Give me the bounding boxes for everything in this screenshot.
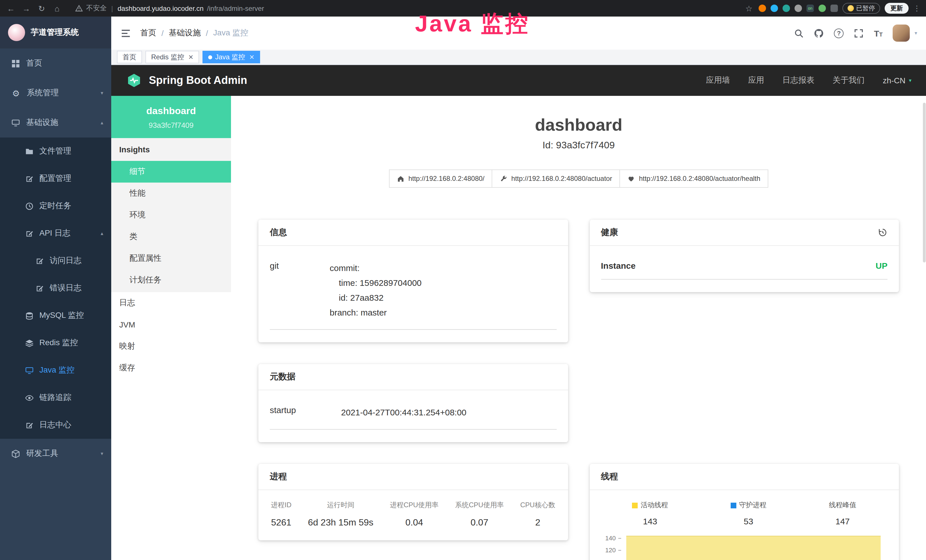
github-icon[interactable]	[814, 28, 824, 38]
y-tick: 100	[601, 558, 616, 560]
sidebar-item-log-center[interactable]: 日志中心	[0, 412, 111, 439]
sidebar-item-redis-monitor[interactable]: Redis 监控	[0, 329, 111, 357]
search-icon[interactable]	[794, 28, 803, 38]
chrome-toolbar: ☆ on 已暂停 更新 ⋮	[744, 3, 921, 14]
sidebar-item-dev-tools[interactable]: 研发工具 ▾	[0, 439, 111, 468]
sidebar-item-api-log[interactable]: API 日志 ▴	[0, 219, 111, 247]
locale-select[interactable]: zh-CN ▾	[883, 76, 911, 85]
process-metric: 运行时间 6d 23h 15m 59s	[308, 500, 374, 528]
address-bar[interactable]: 不安全 | dashboard.yudao.iocoder.cn/infra/a…	[75, 3, 738, 13]
y-tick: 120	[601, 546, 616, 554]
sba-nav-about[interactable]: 关于我们	[833, 75, 865, 86]
sidebar-item-scheduled-jobs[interactable]: 定时任务	[0, 192, 111, 219]
breadcrumb-home[interactable]: 首页	[140, 28, 156, 38]
avatar-caret-icon[interactable]: ▾	[915, 30, 917, 36]
sidebar-item-error-log[interactable]: 错误日志	[0, 274, 111, 302]
close-icon[interactable]: ✕	[249, 53, 254, 61]
extension-icon[interactable]	[770, 5, 778, 12]
insights-label: Insights	[111, 138, 231, 161]
extension-icon[interactable]	[831, 5, 838, 12]
spring-boot-admin: Spring Boot Admin 应用墙 应用 日志报表 关于我们 zh-CN…	[111, 65, 926, 560]
user-avatar[interactable]	[893, 24, 910, 42]
chrome-menu-icon[interactable]: ⋮	[913, 4, 921, 12]
edit-icon	[25, 229, 34, 238]
card-title: 元数据	[270, 371, 295, 382]
sba-item-metrics[interactable]: 性能	[111, 183, 231, 204]
profile-paused-chip[interactable]: 已暂停	[843, 3, 880, 14]
breadcrumb-infra[interactable]: 基础设施	[169, 28, 201, 38]
font-size-icon[interactable]: TT	[874, 28, 883, 38]
sba-logo-icon[interactable]	[126, 73, 142, 88]
legend-swatch-yellow	[632, 502, 638, 508]
threads-legend: 活动线程 143 守护进程 53 线程峰值	[601, 500, 888, 526]
sba-item-classes[interactable]: 类	[111, 226, 231, 248]
sidebar-item-trace[interactable]: 链路追踪	[0, 384, 111, 412]
metadata-row-startup: startup 2021-04-27T00:44:31.254+08:00	[270, 405, 557, 430]
instance-links: http://192.168.0.2:48080/ http://192.168…	[231, 170, 926, 188]
sidebar-item-home[interactable]: 首页	[0, 48, 111, 78]
tab-java-monitor[interactable]: Java 监控 ✕	[203, 51, 260, 64]
chevron-up-icon: ▴	[101, 120, 103, 126]
chart-area-fill	[626, 536, 881, 560]
sba-nav-wallboard[interactable]: 应用墙	[706, 75, 730, 86]
threads-chart: 140 120 100	[601, 535, 888, 560]
sba-body: dashboard 93a3fc7f7409 Insights 细节 性能 环境…	[111, 96, 926, 560]
sba-item-details[interactable]: 细节	[111, 161, 231, 183]
instance-header[interactable]: dashboard 93a3fc7f7409	[111, 96, 231, 138]
sidebar-item-config-manage[interactable]: 配置管理	[0, 165, 111, 192]
health-card: 健康 Instance UP	[590, 219, 899, 292]
clock-icon	[25, 202, 34, 210]
sba-nav-applications[interactable]: 应用	[748, 75, 764, 86]
sidebar-item-file-manage[interactable]: 文件管理	[0, 138, 111, 165]
sidebar-item-mysql-monitor[interactable]: MySQL 监控	[0, 302, 111, 329]
extensions-grid-icon[interactable]	[794, 5, 802, 12]
tags-bar: 首页 Redis 监控 ✕ Java 监控 ✕	[111, 50, 926, 65]
sidebar-item-system[interactable]: ⚙ 系统管理 ▾	[0, 78, 111, 108]
info-row-git: git commit: time: 1596289704000 id: 27aa…	[270, 261, 557, 330]
sidebar-item-infra[interactable]: 基础设施 ▴	[0, 108, 111, 138]
sba-item-mappings[interactable]: 映射	[111, 336, 231, 357]
git-info-value: commit: time: 1596289704000 id: 27aa832 …	[330, 261, 422, 320]
edit-icon	[25, 174, 34, 183]
home-icon	[397, 175, 404, 182]
hamburger-icon[interactable]	[120, 28, 131, 38]
sba-item-config-props[interactable]: 配置属性	[111, 248, 231, 269]
sba-nav-journal[interactable]: 日志报表	[782, 75, 814, 86]
extension-icon[interactable]	[759, 5, 766, 12]
tab-home[interactable]: 首页	[117, 51, 142, 64]
health-url-button[interactable]: http://192.168.0.2:48080/actuator/health	[619, 170, 768, 188]
back-icon[interactable]: ←	[6, 4, 16, 13]
help-icon[interactable]: ?	[834, 28, 844, 38]
extension-on-icon[interactable]: on	[806, 5, 814, 12]
url-path: /infra/admin-server	[207, 4, 264, 12]
scrollbar-thumb[interactable]	[923, 103, 926, 262]
chevron-down-icon: ▾	[101, 451, 103, 456]
chevron-down-icon: ▾	[101, 90, 103, 96]
sidebar-item-access-log[interactable]: 访问日志	[0, 247, 111, 274]
home-icon[interactable]: ⌂	[52, 4, 62, 13]
actuator-url-button[interactable]: http://192.168.0.2:48080/actuator	[492, 170, 620, 188]
forward-icon[interactable]: →	[21, 4, 31, 13]
reload-icon[interactable]: ↻	[36, 4, 47, 13]
sba-header: Spring Boot Admin 应用墙 应用 日志报表 关于我们 zh-CN…	[111, 65, 926, 96]
extension-icon[interactable]	[782, 5, 790, 12]
chrome-update-button[interactable]: 更新	[885, 3, 909, 14]
sba-item-caches[interactable]: 缓存	[111, 357, 231, 379]
tab-redis-monitor[interactable]: Redis 监控 ✕	[145, 51, 199, 64]
close-icon[interactable]: ✕	[188, 53, 194, 61]
fullscreen-icon[interactable]	[854, 28, 864, 38]
service-url-button[interactable]: http://192.168.0.2:48080/	[389, 170, 493, 188]
chevron-up-icon: ▴	[101, 230, 103, 236]
app-logo[interactable]: 芋道管理系统	[0, 17, 111, 48]
sba-item-jvm[interactable]: JVM	[111, 314, 231, 336]
history-icon[interactable]	[878, 228, 888, 238]
process-metrics-row: 进程ID 5261 运行时间 6d 23h 15m 59s 进程CPU使用率	[259, 490, 568, 540]
sba-sidebar: dashboard 93a3fc7f7409 Insights 细节 性能 环境…	[111, 96, 231, 560]
bookmark-star-icon[interactable]: ☆	[744, 4, 754, 13]
sba-item-scheduled-tasks[interactable]: 计划任务	[111, 269, 231, 291]
sba-item-logs[interactable]: 日志	[111, 292, 231, 314]
sba-item-environment[interactable]: 环境	[111, 204, 231, 226]
sba-brand[interactable]: Spring Boot Admin	[149, 74, 247, 87]
sidebar-item-java-monitor[interactable]: Java 监控	[0, 357, 111, 384]
extension-icon[interactable]	[819, 5, 826, 12]
